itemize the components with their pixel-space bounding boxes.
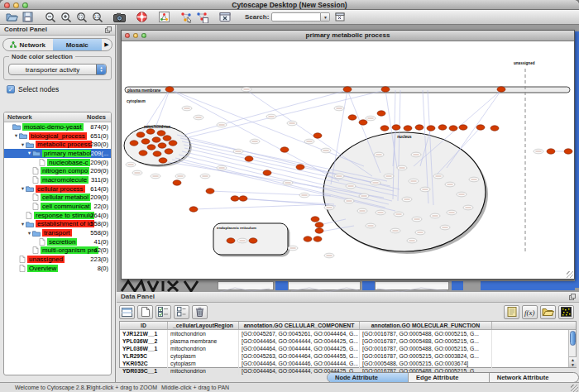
tree-row[interactable]: cellular metabol209(0) (4, 194, 111, 203)
tree-row[interactable]: mosaic-demo-yeast874(0) (4, 122, 111, 131)
scrollbar-thumb[interactable] (570, 331, 576, 346)
tree-row[interactable]: cell communicat22(0) (4, 202, 111, 211)
svg-text:1:1: 1:1 (93, 15, 99, 19)
save-session-icon[interactable] (21, 11, 35, 23)
app-resize-grip[interactable] (571, 385, 578, 392)
tab-edge-attribute-browser[interactable]: Edge Attribute Browser (409, 373, 490, 382)
tab-node-attribute-browser[interactable]: Node Attribute Browser (328, 373, 409, 382)
tree-row[interactable]: ▼cellular process614(0) (4, 184, 111, 194)
table-cell: YJR121W__1 (120, 330, 168, 337)
control-panel-header: Control Panel (0, 25, 115, 36)
matrix-icon[interactable] (558, 305, 574, 319)
search-dropdown-button[interactable]: ▼ (321, 12, 330, 22)
attribute-batch-icon[interactable] (504, 305, 519, 319)
background-window (288, 281, 361, 290)
tree-row-label: nitrogen compo (41, 167, 89, 174)
background-window-edge (575, 31, 579, 288)
expander-icon[interactable]: ▼ (26, 231, 32, 236)
float-panel-icon[interactable] (569, 294, 576, 300)
tree-row[interactable]: multi-organism pro42(0) (4, 246, 111, 256)
node-color-combobox[interactable]: transporter activity ▲▼ (8, 64, 107, 75)
control-panel: Control Panel Network Mosaic ▶ Node colo… (0, 25, 116, 382)
tab-network[interactable]: Network (3, 39, 53, 50)
tree-row[interactable]: ▼transport558(0) (4, 228, 111, 237)
delete-attribute-icon[interactable] (192, 305, 208, 319)
window-resize-grip[interactable] (567, 271, 573, 278)
formula-icon[interactable]: f(x) (522, 305, 538, 319)
configure-search-icon[interactable] (333, 11, 347, 23)
import-attributes-icon[interactable] (540, 305, 556, 319)
scrollbar-arrows[interactable]: ▲▼ (569, 356, 577, 367)
tab-mosaic[interactable]: Mosaic (53, 39, 103, 50)
tree-row[interactable]: ▼biological_process651(0) (4, 131, 111, 141)
table-row[interactable]: YKR052Ccytoplasm[GO:0044464, GO:0044446,… (120, 360, 576, 367)
table-row[interactable]: YPL036W__2plasma membrane[GO:0044464, GO… (120, 337, 576, 345)
expander-icon[interactable]: ▼ (20, 186, 26, 191)
table-row[interactable]: YJR121W__1mitochondrion[GO:0045267, GO:0… (120, 330, 576, 337)
zoom-in-icon[interactable] (59, 11, 73, 23)
svg-text:plasma membrane: plasma membrane (127, 88, 161, 93)
column-header[interactable]: ID (120, 322, 168, 329)
column-header[interactable]: _cellularLayoutRegion (168, 322, 239, 329)
tree-row[interactable]: nucleobase-c209(0) (4, 158, 111, 167)
zoom-fit-icon[interactable]: 1:1 (90, 11, 104, 23)
tree-row[interactable]: ▼metabolic process280(0) (4, 140, 111, 149)
tree-row[interactable]: response to stimulu264(0) (4, 211, 111, 220)
tree-column-network: Network (7, 113, 32, 121)
float-panel-icon[interactable] (105, 26, 112, 33)
open-file-icon[interactable] (5, 11, 19, 23)
table-cell-filler (492, 345, 576, 352)
apply-layout-icon[interactable] (179, 11, 194, 23)
snapshot-icon[interactable] (112, 11, 127, 23)
table-cell: YDR039C__1 (120, 367, 168, 375)
apply-style-icon[interactable] (195, 11, 209, 23)
table-cell: cytoplasm (168, 360, 239, 367)
unselect-attributes-icon[interactable] (174, 305, 189, 319)
background-window (375, 281, 449, 290)
table-scrollbar[interactable]: ▲▼ (568, 330, 576, 368)
tab-network-attribute-browser[interactable]: Network Attribute Browser (490, 373, 578, 382)
table-cell: [GO:0016787, GO:0005488, GO:0005215, G..… (360, 345, 492, 352)
tree-row[interactable]: nitrogen compo209(0) (4, 166, 111, 175)
network-view-window[interactable]: primary metabolic process plasma membran… (121, 30, 575, 280)
zoom-selected-icon[interactable] (74, 11, 89, 23)
attribute-table: ID_cellularLayoutRegionannotation.GO CEL… (119, 321, 577, 368)
tree-row-label: nucleobase-c (47, 159, 90, 166)
data-panel: Data Panel f(x) ID_cellularLayoutRegiona… (117, 292, 579, 370)
expander-icon[interactable]: ▼ (26, 151, 32, 155)
tree-row[interactable]: secretion41(0) (4, 237, 111, 246)
column-header[interactable]: annotation.GO CELLULAR_COMPONENT (239, 322, 360, 329)
network-overview-icon[interactable] (157, 11, 171, 23)
expander-icon[interactable]: ▼ (13, 133, 19, 138)
attribute-table-icon[interactable] (119, 305, 135, 319)
tree-row[interactable]: Overview8(0) (4, 264, 111, 273)
expander-icon[interactable]: ▼ (20, 142, 26, 147)
node-color-combobox-value: transporter activity (9, 65, 96, 74)
select-attributes-icon[interactable] (156, 305, 171, 319)
network-view-title: primary metabolic process (122, 31, 574, 39)
tree-row[interactable]: macromolecule311(0) (4, 175, 111, 184)
table-cell: [GO:0005488, GO:0005215, GO:0003674] (360, 360, 492, 367)
status-pan-hint: Middle-click + drag to PAN (161, 385, 229, 390)
tree-row[interactable]: unassigned223(0) (4, 255, 111, 264)
tab-overflow-icon[interactable]: ▶ (102, 39, 112, 50)
table-cell: plasma membrane (168, 337, 239, 345)
search-input[interactable] (271, 12, 321, 22)
table-row[interactable]: YLR295Ccytoplasm[GO:0045263, GO:0044464,… (120, 352, 576, 360)
column-header[interactable]: annotation.GO MOLECULAR_FUNCTION (360, 322, 492, 329)
zoom-out-icon[interactable] (43, 11, 57, 23)
network-canvas[interactable]: plasma membranecytoplasmmitochondrionnuc… (122, 42, 573, 278)
select-nodes-checkbox[interactable]: ✓ (7, 85, 15, 93)
tree-row[interactable]: ▼establishment of lo558(0) (4, 220, 111, 229)
desktop-watermark (120, 280, 219, 292)
expander-icon[interactable]: ▼ (20, 222, 26, 227)
file-icon (39, 238, 45, 246)
tree-row-label: cellular metabol (41, 194, 90, 201)
plugin-manager-icon[interactable] (218, 11, 232, 23)
tree-row-label: establishment of lo (36, 220, 94, 227)
help-icon[interactable] (135, 11, 149, 23)
tree-row-count: 209(0) (90, 159, 108, 166)
new-attribute-icon[interactable] (137, 305, 153, 319)
table-row[interactable]: YPL036W__1mitochondrion[GO:0044464, GO:0… (120, 345, 576, 352)
tree-row[interactable]: ▼primary metabol209(... (4, 149, 111, 158)
